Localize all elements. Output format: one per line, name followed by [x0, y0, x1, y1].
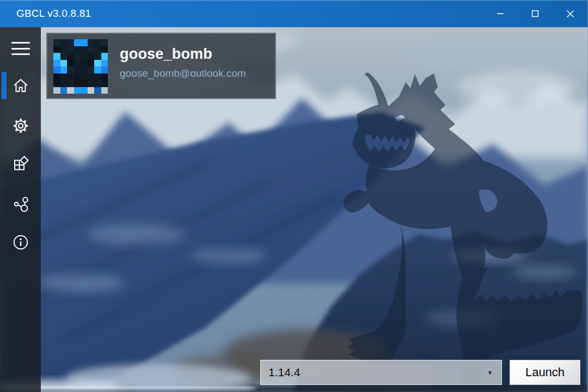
avatar-pixel [53, 80, 60, 87]
home-icon [12, 77, 29, 94]
sidebar-item-settings[interactable] [0, 112, 41, 139]
avatar-pixel [94, 46, 101, 53]
sidebar-item-mods[interactable] [0, 150, 41, 177]
avatar-pixel [94, 66, 101, 74]
sidebar [0, 27, 41, 392]
launcher-window: GBCL v3.0.8.81 [0, 0, 588, 392]
launch-button[interactable]: Launch [510, 360, 580, 385]
avatar-pixel [94, 80, 101, 87]
avatar-pixel [67, 87, 74, 94]
avatar-pixel [60, 80, 68, 87]
avatar-pixel [88, 39, 95, 46]
avatar-pixel [60, 39, 68, 46]
avatar-pixel [81, 66, 88, 74]
avatar-pixel [88, 87, 95, 94]
avatar-pixel [74, 39, 81, 46]
avatar-pixel [101, 53, 108, 60]
close-icon [566, 10, 574, 18]
minimize-button[interactable] [483, 0, 518, 27]
avatar-pixel [81, 60, 88, 67]
avatar-pixel [67, 74, 74, 81]
minimize-icon [497, 10, 504, 17]
avatar-pixel [67, 46, 74, 53]
avatar-pixel [74, 60, 81, 67]
avatar-pixel [101, 80, 108, 87]
avatar-pixel [53, 66, 60, 74]
hamburger-icon [11, 48, 30, 50]
hamburger-icon [11, 42, 30, 44]
avatar-pixel [74, 80, 81, 87]
mods-grid-diamond-icon [12, 155, 29, 172]
avatar-pixel [60, 74, 68, 81]
close-button[interactable] [553, 0, 587, 27]
gear-icon [12, 117, 29, 134]
avatar-pixel [81, 46, 88, 53]
avatar-pixel [94, 39, 101, 46]
active-accent-bar [2, 72, 7, 99]
avatar-pixel [94, 87, 101, 94]
account-card[interactable]: goose_bomb goose_bomb@outlook.com [46, 33, 276, 99]
avatar-pixel [53, 74, 60, 81]
avatar-pixel [74, 74, 81, 81]
content-area: goose_bomb goose_bomb@outlook.com 1.14.4… [0, 27, 588, 392]
window-title: GBCL v3.0.8.81 [16, 8, 91, 20]
avatar-pixel [101, 46, 108, 53]
avatar-pixel [88, 74, 95, 81]
avatar-pixel [67, 60, 74, 67]
avatar-pixel [60, 46, 68, 53]
avatar-pixel [88, 66, 95, 74]
avatar-pixel [60, 53, 68, 60]
account-email: goose_bomb@outlook.com [120, 68, 246, 79]
sidebar-item-menu[interactable] [11, 42, 30, 55]
avatar-pixel [60, 60, 68, 67]
avatar-pixel [101, 74, 108, 81]
molecule-graph-icon [12, 195, 29, 212]
avatar-pixel [101, 66, 108, 74]
avatar-pixel [60, 87, 68, 94]
avatar-pixel [74, 46, 81, 53]
avatar-pixel [101, 87, 108, 94]
avatar [53, 39, 108, 94]
avatar-pixel [67, 80, 74, 87]
avatar-pixel [67, 66, 74, 74]
avatar-pixel [81, 80, 88, 87]
maximize-button[interactable] [518, 0, 553, 27]
avatar-pixel [94, 53, 101, 60]
avatar-pixel [53, 60, 60, 67]
avatar-pixel [81, 87, 88, 94]
username: goose_bomb [120, 46, 212, 63]
avatar-pixel [101, 60, 108, 67]
avatar-pixel [67, 53, 74, 60]
avatar-pixel [88, 46, 95, 53]
sidebar-item-connections[interactable] [0, 190, 41, 217]
info-icon [12, 234, 29, 251]
avatar-pixel [88, 80, 95, 87]
avatar-pixel [53, 53, 60, 60]
avatar-pixel [81, 53, 88, 60]
version-dropdown[interactable]: 1.14.4 ▼ [260, 360, 502, 385]
avatar-pixel [74, 53, 81, 60]
avatar-pixel [74, 66, 81, 74]
avatar-pixel [60, 66, 68, 74]
avatar-pixel [53, 87, 60, 94]
avatar-pixel [88, 53, 95, 60]
window-controls [483, 0, 587, 27]
avatar-pixel [53, 46, 60, 53]
avatar-pixel [81, 39, 88, 46]
selected-version: 1.14.4 [268, 366, 300, 379]
avatar-pixel [94, 74, 101, 81]
titlebar[interactable]: GBCL v3.0.8.81 [0, 0, 587, 27]
avatar-pixel [101, 39, 108, 46]
maximize-icon [531, 10, 539, 17]
avatar-pixel [81, 74, 88, 81]
avatar-pixel [94, 60, 101, 67]
hamburger-icon [11, 53, 30, 55]
avatar-pixel [74, 87, 81, 94]
avatar-pixel [53, 39, 60, 46]
avatar-pixel [67, 39, 74, 46]
chevron-down-icon: ▼ [487, 370, 493, 376]
sidebar-item-home[interactable] [0, 72, 41, 99]
sidebar-item-about[interactable] [0, 229, 41, 256]
avatar-pixel [88, 60, 95, 67]
